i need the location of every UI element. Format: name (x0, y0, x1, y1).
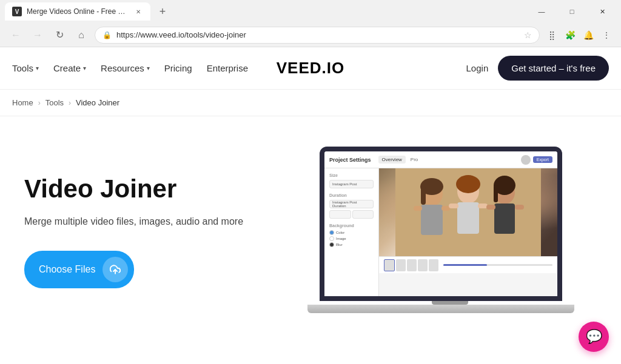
get-started-button[interactable]: Get started – it's free (498, 56, 609, 81)
hero-illustration: Project Settings Overview Pro Export (291, 147, 609, 316)
upload-icon (102, 257, 128, 282)
site-navigation: Tools ▾ Create ▾ Resources ▾ Pricing Ent… (0, 47, 621, 90)
sidebar-half-field-2[interactable] (352, 210, 374, 219)
address-bar[interactable]: 🔒 https://www.veed.io/tools/video-joiner… (95, 27, 540, 44)
laptop-base (307, 305, 574, 313)
color-dot-black (329, 242, 334, 247)
hero-subtitle: Merge multiple video files, images, audi… (24, 214, 267, 229)
svg-rect-17 (486, 205, 495, 210)
app-body: Size Instagram Post Duration Instag (324, 168, 557, 296)
filmstrip-item-5 (429, 259, 438, 271)
page-content: Tools ▾ Create ▾ Resources ▾ Pricing Ent… (0, 47, 621, 364)
app-bottom-strip (379, 256, 557, 273)
nav-create[interactable]: Create ▾ (53, 63, 86, 73)
app-sidebar: Size Instagram Post Duration Instag (324, 168, 379, 296)
sidebar-size-field[interactable]: Instagram Post (329, 180, 374, 188)
sidebar-color-black: Blur (329, 242, 374, 247)
app-ui: Project Settings Overview Pro Export (324, 151, 557, 296)
sidebar-size-section: Size Instagram Post (329, 173, 374, 188)
sidebar-duration-label: Duration (329, 193, 374, 197)
filmstrip-item-4 (418, 259, 428, 271)
minimize-button[interactable]: — (528, 2, 556, 21)
filmstrip-item-1 (384, 259, 395, 271)
breadcrumb-tools[interactable]: Tools (45, 98, 64, 107)
breadcrumb-home[interactable]: Home (12, 98, 33, 107)
app-topbar: Project Settings Overview Pro Export (324, 151, 557, 168)
extensions-icon[interactable]: ⣿ (545, 28, 559, 42)
svg-rect-4 (421, 187, 426, 205)
app-avatar (521, 155, 531, 165)
preview-image (379, 168, 557, 256)
nav-pricing[interactable]: Pricing (164, 63, 192, 73)
tab-close-button[interactable]: ✕ (133, 7, 143, 16)
sidebar-background-label: Background (329, 223, 374, 228)
hero-section: Video Joiner Merge multiple video files,… (0, 116, 621, 346)
svg-rect-11 (449, 204, 458, 208)
browser-titlebar: V Merge Videos Online - Free Vide... ✕ +… (0, 0, 621, 23)
nav-tools[interactable]: Tools ▾ (12, 63, 39, 73)
timeline-progress (443, 264, 487, 266)
back-button[interactable]: ← (7, 27, 24, 44)
site-logo[interactable]: VEED.IO (277, 59, 344, 78)
sidebar-duration-row (329, 210, 374, 219)
app-export-button[interactable]: Export (533, 156, 552, 163)
nav-resources[interactable]: Resources ▾ (101, 63, 150, 73)
puzzle-icon[interactable]: 🧩 (563, 28, 577, 42)
filmstrip-item-3 (407, 259, 417, 271)
video-preview (379, 168, 557, 256)
laptop-screen: Project Settings Overview Pro Export (320, 147, 562, 301)
tab-title: Merge Videos Online - Free Vide... (27, 7, 129, 16)
color-dot-white (329, 236, 334, 241)
svg-rect-16 (494, 204, 515, 234)
sidebar-half-field-1[interactable] (329, 210, 351, 219)
sidebar-duration-field[interactable]: Instagram Post Duration (329, 200, 374, 208)
sidebar-color-blue: Color (329, 230, 374, 235)
svg-rect-10 (457, 202, 479, 234)
toolbar-icons: ⣿ 🧩 🔔 ⋮ (545, 28, 614, 42)
hero-title: Video Joiner (24, 174, 267, 204)
laptop-mockup: Project Settings Overview Pro Export (320, 147, 580, 316)
tools-chevron-icon: ▾ (36, 65, 39, 71)
url-text: https://www.veed.io/tools/video-joiner (116, 30, 519, 39)
new-tab-button[interactable]: + (154, 3, 171, 20)
filmstrip (384, 259, 438, 271)
login-button[interactable]: Login (466, 63, 489, 73)
sidebar-background-section: Background Color Image (329, 223, 374, 247)
svg-rect-5 (421, 205, 443, 235)
reload-button[interactable]: ↻ (51, 27, 68, 44)
close-button[interactable]: ✕ (588, 2, 616, 21)
choose-files-label: Choose Files (39, 264, 95, 275)
svg-rect-7 (441, 206, 450, 211)
chat-widget-button[interactable]: 💬 (579, 322, 609, 352)
svg-rect-6 (414, 206, 422, 211)
app-topbar-title: Project Settings (329, 157, 371, 163)
breadcrumb-current: Video Joiner (76, 98, 119, 107)
browser-toolbar: ← → ↻ ⌂ 🔒 https://www.veed.io/tools/vide… (0, 23, 621, 47)
forward-button[interactable]: → (29, 27, 46, 44)
browser-tab[interactable]: V Merge Videos Online - Free Vide... ✕ (5, 2, 150, 21)
browser-window: V Merge Videos Online - Free Vide... ✕ +… (0, 0, 621, 364)
menu-icon[interactable]: ⋮ (599, 28, 614, 42)
nav-left: Tools ▾ Create ▾ Resources ▾ Pricing Ent… (12, 63, 248, 73)
app-tab-overview[interactable]: Overview (378, 156, 406, 164)
color-dot-blue (329, 230, 334, 235)
choose-files-button[interactable]: Choose Files (24, 251, 134, 288)
create-chevron-icon: ▾ (83, 65, 86, 71)
tab-favicon: V (12, 7, 22, 16)
sidebar-color-white: Image (329, 236, 374, 241)
timeline-bar (443, 264, 552, 266)
svg-rect-12 (478, 204, 488, 208)
maximize-button[interactable]: □ (558, 2, 586, 21)
app-topbar-tabs: Overview Pro (378, 156, 422, 164)
nav-enterprise[interactable]: Enterprise (207, 63, 248, 73)
app-tab-pro[interactable]: Pro (407, 156, 421, 164)
svg-rect-18 (515, 205, 524, 210)
sidebar-size-label: Size (329, 173, 374, 177)
home-button[interactable]: ⌂ (73, 27, 90, 44)
svg-point-9 (456, 175, 480, 193)
svg-rect-15 (494, 185, 498, 202)
sidebar-duration-section: Duration Instagram Post Duration (329, 193, 374, 219)
app-topbar-right: Export (521, 155, 552, 165)
notification-icon[interactable]: 🔔 (581, 28, 596, 42)
breadcrumb-sep-1: › (38, 99, 41, 107)
